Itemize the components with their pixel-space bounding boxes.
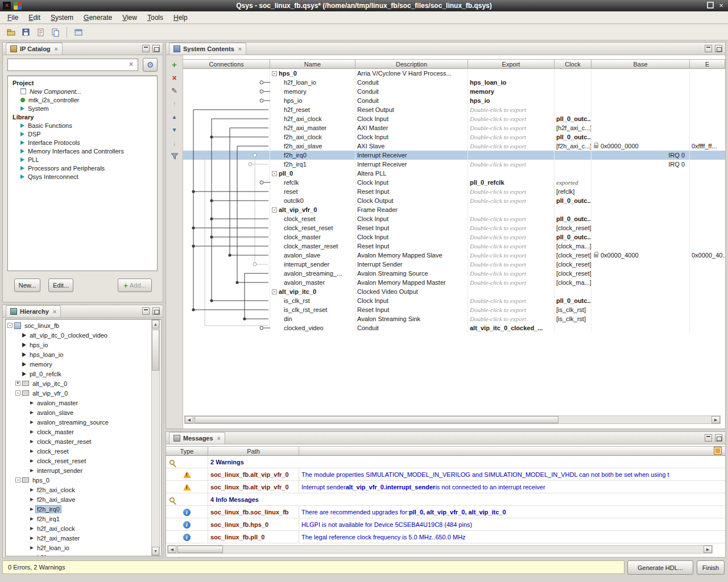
scroll-thumb[interactable]	[195, 416, 559, 423]
export-cell[interactable]	[468, 169, 555, 178]
ip-item-interface-protocols[interactable]: Interface Protocols	[8, 138, 157, 147]
system-row-refclk[interactable]: refclkClock Inputpll_0_refclkexported	[183, 178, 725, 187]
menu-view[interactable]: View	[117, 12, 142, 23]
clock-cell[interactable]: exported	[555, 178, 592, 187]
export-cell[interactable]	[468, 287, 555, 296]
base-cell[interactable]	[592, 232, 690, 242]
open-icon[interactable]	[5, 26, 18, 39]
connections-cell[interactable]	[183, 242, 270, 251]
minimize-panel-icon[interactable]	[142, 45, 150, 52]
export-cell[interactable]	[468, 69, 555, 78]
system-row-h2f-axi-master[interactable]: h2f_axi_masterAXI MasterDouble-click to …	[183, 123, 725, 132]
system-row-f2h-axi-clock[interactable]: f2h_axi_clockClock InputDouble-click to …	[183, 132, 725, 142]
export-cell[interactable]	[468, 151, 555, 160]
system-row-outclk0[interactable]: outclk0Clock OutputDouble-click to expor…	[183, 196, 725, 205]
clock-cell[interactable]	[555, 96, 592, 105]
clock-cell[interactable]	[555, 151, 592, 160]
clock-cell[interactable]: pll_0_outc...	[555, 214, 592, 223]
base-cell[interactable]	[592, 260, 690, 269]
columns-icon[interactable]	[714, 447, 722, 455]
filter-icon[interactable]	[168, 150, 181, 162]
hier-item-f2h-axi-clock[interactable]: f2h_axi_clock	[6, 485, 161, 494]
clock-cell[interactable]	[555, 69, 592, 78]
clock-cell[interactable]	[555, 169, 592, 178]
export-cell[interactable]: alt_vip_itc_0_clocked_...	[468, 323, 555, 332]
ip-item-dsp[interactable]: DSP	[8, 130, 157, 138]
base-cell[interactable]	[592, 178, 690, 187]
clock-cell[interactable]: [h2f_axi_c...]	[555, 123, 592, 132]
connections-cell[interactable]	[183, 278, 270, 287]
base-cell[interactable]	[592, 123, 690, 132]
connections-cell[interactable]	[183, 87, 270, 96]
clock-cell[interactable]: [clock_reset]	[555, 223, 592, 232]
tab-messages[interactable]: Messages ×	[169, 432, 225, 444]
export-cell[interactable]: Double-click to export	[468, 105, 555, 114]
clock-cell[interactable]: [clock_ma...]	[555, 242, 592, 251]
connections-cell[interactable]	[183, 160, 270, 169]
export-cell[interactable]: pll_0_refclk	[468, 178, 555, 187]
export-cell[interactable]: Double-click to export	[468, 269, 555, 278]
column-header-clock[interactable]: Clock	[555, 59, 592, 69]
base-cell[interactable]	[592, 269, 690, 278]
system-row-clock-reset-reset[interactable]: clock_reset_resetReset InputDouble-click…	[183, 223, 725, 232]
base-cell[interactable]	[592, 242, 690, 251]
export-cell[interactable]: Double-click to export	[468, 251, 555, 260]
export-cell[interactable]: Double-click to export	[468, 123, 555, 132]
hier-item-hps-0[interactable]: -hps_0	[6, 475, 161, 485]
hier-item-h2f-loan-io[interactable]: h2f_loan_io	[6, 543, 161, 552]
remove-component-icon[interactable]: ×	[168, 72, 181, 84]
ip-item-system[interactable]: System	[8, 104, 157, 113]
message-row-6[interactable]: isoc_linux_fb.hps_0HLGPI is not availabl…	[166, 518, 725, 531]
move-up-icon[interactable]: ▲	[168, 111, 181, 123]
system-row-clocked-video[interactable]: clocked_videoConduitalt_vip_itc_0_clocke…	[183, 323, 725, 332]
export-cell[interactable]: Double-click to export	[468, 314, 555, 323]
export-cell[interactable]: memory	[468, 87, 555, 96]
filter-icon[interactable]	[169, 497, 175, 502]
menu-help[interactable]: Help	[168, 12, 193, 23]
clock-cell[interactable]: [clock_reset]	[555, 260, 592, 269]
message-row-1[interactable]: 2 Warnings	[166, 456, 725, 468]
base-cell[interactable]	[592, 105, 690, 114]
message-row-2[interactable]: soc_linux_fb.alt_vip_vfr_0The module pro…	[166, 468, 725, 481]
window-menu-icon[interactable]: ×	[3, 2, 11, 10]
float-panel-icon[interactable]	[152, 307, 160, 315]
connections-cell[interactable]	[183, 214, 270, 223]
system-row-alt-vip-vfr-0[interactable]: -alt_vip_vfr_0Frame Reader	[183, 205, 725, 214]
menu-tools[interactable]: Tools	[142, 12, 168, 23]
collapse-icon[interactable]: -	[272, 207, 277, 213]
hier-item-alt-vip-vfr-0[interactable]: -alt_vip_vfr_0	[6, 388, 161, 398]
move-down-icon[interactable]: ▼	[168, 124, 181, 136]
edit-component-icon[interactable]: ✎	[168, 85, 181, 97]
ip-item-library[interactable]: Library	[8, 113, 157, 121]
clock-cell[interactable]: [is_clk_rst]	[555, 314, 592, 323]
expander-icon[interactable]: +	[15, 381, 20, 386]
base-cell[interactable]	[592, 69, 690, 78]
collapse-icon[interactable]: -	[272, 289, 277, 294]
export-cell[interactable]: Double-click to export	[468, 214, 555, 223]
hier-item-hps-loan-io[interactable]: hps_loan_io	[6, 350, 161, 359]
new-button[interactable]: New...	[14, 278, 40, 292]
clock-cell[interactable]	[555, 105, 592, 114]
column-header-description[interactable]: Description	[355, 59, 468, 69]
messages-hscrollbar[interactable]: ◀ ▶	[167, 545, 713, 554]
export-cell[interactable]: Double-click to export	[468, 232, 555, 242]
export-cell[interactable]: Double-click to export	[468, 187, 555, 196]
column-header-e[interactable]: E	[690, 59, 725, 69]
hierarchy-scrollbar[interactable]: ▲ ▼	[151, 319, 160, 556]
ip-item-qsys-interconnect[interactable]: Qsys Interconnect	[8, 172, 157, 181]
export-cell[interactable]: Double-click to export	[468, 142, 555, 151]
connections-cell[interactable]	[183, 151, 270, 160]
system-row-is-clk-rst[interactable]: is_clk_rstClock InputDouble-click to exp…	[183, 296, 725, 305]
minimize-panel-icon[interactable]	[142, 307, 150, 315]
catalog-settings-button[interactable]: ⚙	[143, 58, 158, 72]
connections-cell[interactable]	[183, 232, 270, 242]
add-button[interactable]: +Add...	[118, 278, 152, 292]
hier-item-h2f-axi-master[interactable]: h2f_axi_master	[6, 533, 161, 543]
expander-icon[interactable]: -	[7, 323, 13, 328]
scroll-thumb[interactable]	[152, 330, 159, 371]
ip-item-pll[interactable]: PLL	[8, 155, 157, 164]
clock-cell[interactable]: [clock_ma...]	[555, 278, 592, 287]
system-row-clock-master[interactable]: clock_masterClock InputDouble-click to e…	[183, 232, 725, 242]
system-row-din[interactable]: dinAvalon Streaming SinkDouble-click to …	[183, 314, 725, 323]
message-row-7[interactable]: isoc_linux_fb.pll_0The legal reference c…	[166, 531, 725, 543]
